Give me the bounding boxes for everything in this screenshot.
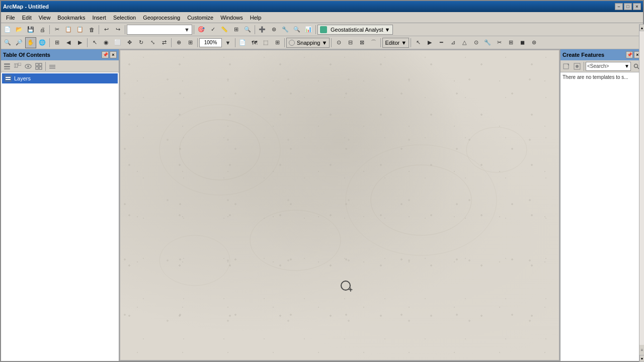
edit-tool2[interactable]: ▶ [424, 37, 435, 48]
toc-list-by-drawing[interactable] [2, 61, 12, 71]
find-button[interactable]: 🔍 [242, 24, 253, 35]
zoom-input[interactable] [199, 38, 222, 47]
pan-button[interactable]: ✋ [25, 37, 36, 48]
move-button[interactable]: ✥ [124, 37, 135, 48]
copy-button[interactable]: 📋 [63, 24, 74, 35]
layers-group[interactable]: Layers [2, 73, 118, 83]
cut-button[interactable]: ✂ [51, 24, 62, 35]
scroll-track[interactable] [639, 49, 643, 345]
measure-tool[interactable]: 📏 [219, 24, 230, 35]
toc-list-by-source[interactable] [13, 61, 23, 71]
new-button[interactable]: 📄 [2, 24, 13, 35]
edit-tool5[interactable]: △ [459, 37, 470, 48]
menu-bookmarks[interactable]: Bookmarks [54, 14, 88, 22]
save-button[interactable]: 💾 [25, 24, 36, 35]
layer-dropdown[interactable]: ▼ [127, 25, 192, 35]
map-canvas[interactable] [119, 49, 560, 361]
toc-list-by-visibility[interactable] [23, 61, 33, 71]
edit-tool10[interactable]: ◼ [517, 37, 528, 48]
zoom-extent[interactable]: ⬚ [260, 37, 271, 48]
menu-file[interactable]: File [3, 14, 18, 22]
scroll-down-button[interactable]: ▼ [639, 355, 643, 361]
globe-button[interactable]: 🌐 [37, 37, 48, 48]
edit-tool1[interactable]: ↖ [413, 37, 424, 48]
menu-insert[interactable]: Insert [89, 14, 109, 22]
editor-dropdown[interactable]: Editor ▼ [382, 38, 409, 48]
menu-customize[interactable]: Customize [184, 14, 216, 22]
separator-7 [49, 38, 50, 47]
geostat-dropdown[interactable]: Geostatistical Analyst ▼ [317, 25, 393, 35]
catalog-button[interactable]: ⊛ [268, 24, 279, 35]
identify-tool[interactable]: 🎯 [196, 24, 207, 35]
snapping-tool4[interactable]: ⌒ [368, 37, 379, 48]
full-extent-button[interactable]: ⊞ [51, 37, 62, 48]
scale-button[interactable]: ⤡ [147, 37, 158, 48]
separator-1 [49, 25, 50, 34]
toolbox-button[interactable]: 🔧 [280, 24, 291, 35]
right-panel-tool1[interactable] [561, 61, 572, 71]
open-button[interactable]: 📂 [14, 24, 25, 35]
menu-geoprocessing[interactable]: Geoprocessing [140, 14, 183, 22]
app-window: ArcMap - Untitled – □ × File Edit View B… [0, 0, 644, 362]
more-tools[interactable]: ⊞ [185, 37, 196, 48]
menu-help[interactable]: Help [247, 14, 265, 22]
redo-button[interactable]: ↪ [112, 24, 123, 35]
layout-view[interactable]: 📄 [237, 37, 248, 48]
add-data-button[interactable]: ➕ [257, 24, 268, 35]
toc-close-button[interactable]: × [110, 51, 117, 58]
right-panel-toolbar: <Search> ▼ [560, 60, 643, 72]
menu-edit[interactable]: Edit [19, 14, 35, 22]
next-extent-button[interactable]: ▶ [74, 37, 86, 48]
edit-tool8[interactable]: ✂ [494, 37, 505, 48]
edit-vertices[interactable]: ⬜ [112, 37, 123, 48]
menu-view[interactable]: View [36, 14, 54, 22]
snapping-dropdown[interactable]: Snapping ▼ [286, 38, 330, 48]
menu-selection[interactable]: Selection [110, 14, 139, 22]
snapping-tool2[interactable]: ⊟ [345, 37, 356, 48]
toc-content: Layers [1, 72, 119, 361]
select-arrow[interactable]: ↖ [89, 37, 100, 48]
svg-rect-0 [4, 63, 10, 65]
delete-button[interactable]: 🗑 [86, 24, 97, 35]
edit-tool6[interactable]: ⊙ [470, 37, 481, 48]
copy-features[interactable]: ⊕ [173, 37, 184, 48]
check-button[interactable]: ✓ [207, 24, 218, 35]
edit-tool7[interactable]: 🔧 [482, 37, 493, 48]
snapping-tool3[interactable]: ⊠ [356, 37, 367, 48]
paste-button[interactable]: 📋 [74, 24, 86, 35]
prev-extent-button[interactable]: ◀ [63, 37, 74, 48]
svg-point-29 [634, 64, 638, 67]
map-contours [119, 49, 560, 361]
print-button[interactable]: 🖨 [37, 24, 48, 35]
title-bar-controls: – □ × [615, 3, 641, 10]
toc-pin-button[interactable]: 📌 [102, 51, 109, 58]
edit-tool9[interactable]: ⊞ [505, 37, 516, 48]
edit-tool11[interactable]: ⊛ [528, 37, 539, 48]
zoom-in-button[interactable]: 🔍 [2, 37, 13, 48]
menu-windows[interactable]: Windows [217, 14, 246, 22]
search-button[interactable]: 🔍 [291, 24, 302, 35]
arcmap-btn[interactable]: 📊 [303, 24, 314, 35]
flip-button[interactable]: ⇄ [158, 37, 170, 48]
minimize-button[interactable]: – [615, 3, 623, 10]
right-panel-tool2[interactable] [572, 61, 582, 71]
go-to-button[interactable]: ⊞ [230, 24, 242, 35]
zoom-out-button[interactable]: 🔎 [14, 37, 25, 48]
toc-toolbar [1, 60, 119, 72]
svg-rect-13 [49, 66, 55, 67]
edit-tool4[interactable]: ⊿ [447, 37, 458, 48]
snapping-tool1[interactable]: ⊙ [333, 37, 344, 48]
zoom-dropdown[interactable]: ▼ [222, 37, 233, 48]
rotate-button[interactable]: ↻ [135, 37, 146, 48]
toc-list-by-selection[interactable] [34, 61, 44, 71]
close-button[interactable]: × [633, 3, 641, 10]
edit-tool3[interactable]: ━ [436, 37, 447, 48]
fixed-zoom[interactable]: ⊞ [272, 37, 283, 48]
data-view[interactable]: 🗺 [249, 37, 260, 48]
select-element[interactable]: ◉ [101, 37, 112, 48]
undo-button[interactable]: ↩ [101, 24, 112, 35]
maximize-button[interactable]: □ [624, 3, 632, 10]
toc-options[interactable] [47, 61, 57, 71]
search-dropdown[interactable]: <Search> ▼ [586, 62, 631, 71]
right-panel-pin[interactable]: 📌 [626, 51, 633, 58]
